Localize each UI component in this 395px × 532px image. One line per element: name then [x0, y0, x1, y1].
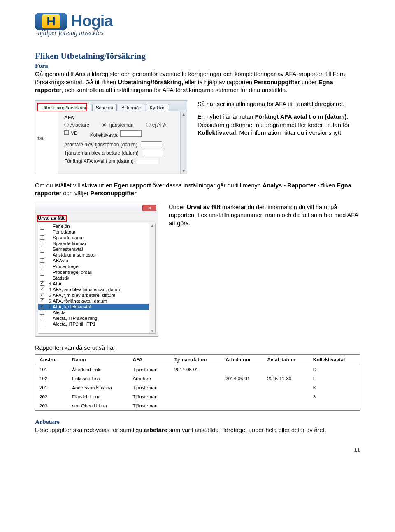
- checkbox-icon[interactable]: [40, 275, 44, 280]
- list-item[interactable]: Sparade dagar: [38, 235, 155, 241]
- afa-group-label: AFA: [64, 115, 184, 120]
- list-item[interactable]: 5AFA, tjm blev arbetare, datum: [38, 292, 155, 298]
- egna-rapporter-paragraph: Om du istället vill skriva ut en Egen ra…: [35, 182, 360, 198]
- tab-kyrklon[interactable]: Kyrklön: [146, 104, 169, 111]
- radio-tjansteman[interactable]: Tjänsteman: [102, 122, 134, 128]
- item-label: Alecta, ITP avdelning: [53, 316, 97, 321]
- check-vd[interactable]: VD: [64, 130, 78, 138]
- item-label: AFA, kollektivavtal: [53, 304, 91, 309]
- item-label: AFA, arb blev tjänsteman, datum: [53, 287, 121, 292]
- checkbox-icon[interactable]: [40, 293, 44, 297]
- col-header: Kollektivavtal: [309, 355, 360, 365]
- checkbox-icon[interactable]: [40, 258, 44, 263]
- item-label: Semesteravtal: [53, 247, 83, 252]
- item-label: AFA: [53, 281, 62, 286]
- radio-ej-afa[interactable]: ej AFA: [146, 122, 167, 128]
- arbetare-paragraph: Löneuppgifter ska redovisas för samtliga…: [35, 426, 360, 435]
- date-input-1[interactable]: [141, 141, 162, 148]
- item-label: AFA, förlängt avtal, datum: [53, 298, 107, 303]
- logo-brand: Hogia: [71, 12, 113, 30]
- list-item[interactable]: Alecta: [38, 310, 155, 315]
- item-number: 4: [46, 287, 51, 292]
- col-header: Avtal datum: [263, 355, 309, 365]
- checkbox-icon[interactable]: [40, 322, 44, 326]
- item-number: 5: [46, 293, 51, 298]
- item-label: ABAvtal: [53, 258, 70, 263]
- item-label: Procentregel: [53, 264, 79, 269]
- item-label: Procentregel orsak: [53, 270, 93, 275]
- row-number-strip: 189: [35, 111, 58, 174]
- checkbox-icon[interactable]: [40, 287, 44, 291]
- list-item[interactable]: Procentregel: [38, 264, 155, 269]
- checkbox-icon[interactable]: [40, 241, 44, 245]
- checkbox-icon[interactable]: [40, 270, 44, 274]
- list-item[interactable]: 6AFA, förlängt avtal, datum: [38, 298, 155, 304]
- checkbox-icon[interactable]: [40, 247, 44, 251]
- radio-arbetare[interactable]: Arbetare: [64, 122, 89, 128]
- tab-bilforman[interactable]: Bilförmån: [118, 104, 145, 111]
- logo-icon: H: [35, 13, 67, 30]
- date-input-2[interactable]: [142, 150, 163, 156]
- intro-paragraph: Gå igenom ditt Anställdaregister och gen…: [35, 70, 360, 95]
- kollektivavtal-input[interactable]: [120, 130, 142, 137]
- caption-afa-settings: Så här ser inställningarna för AFA ut i …: [198, 100, 360, 109]
- table-row: 101Åkerlund ErikTjänsteman2014-05-01D: [35, 365, 360, 375]
- field-tjm-blev-arbetare: Tjänsteman blev arbetare (datum): [64, 150, 184, 156]
- item-label: Anstdatum semester: [53, 252, 96, 257]
- list-item[interactable]: Anstdatum semester: [38, 252, 155, 258]
- table-row: 201Andersson KristinaTjänstemanK: [35, 383, 360, 392]
- list-item[interactable]: Semesteravtal: [38, 246, 155, 252]
- list-item[interactable]: Statistik: [38, 275, 155, 281]
- field-list[interactable]: FerielönFeriedagarSparade dagarSparade t…: [38, 223, 156, 334]
- item-label: Statistik: [53, 275, 69, 280]
- checkbox-icon[interactable]: [40, 224, 44, 228]
- item-label: Alecta: [53, 310, 66, 315]
- list-item[interactable]: 4AFA, arb blev tjänsteman, datum: [38, 287, 155, 292]
- list-item[interactable]: Sparade timmar: [38, 241, 155, 246]
- logo-tagline: -hjälper företag utvecklas: [36, 29, 360, 37]
- checkbox-icon[interactable]: [40, 252, 44, 257]
- item-label: Sparade dagar: [53, 235, 84, 240]
- kollektivavtal-field: Kollektivavtal: [90, 130, 142, 138]
- dialog-titlebar: ✕: [35, 204, 158, 213]
- list-item[interactable]: 7AFA, kollektivavtal: [38, 304, 155, 310]
- tab-utbetalning[interactable]: Utbetalning/försäkring: [38, 104, 91, 111]
- tab-bar: Utbetalning/försäkring Schema Bilförmån …: [35, 101, 187, 111]
- checkbox-icon[interactable]: [40, 281, 44, 286]
- caption-afa-news: En nyhet i år är rutan Förlängt AFA avta…: [198, 113, 360, 137]
- urval-label: Urval av fält: [38, 215, 156, 220]
- urval-dialog: ✕ Urval av fält FerielönFeriedagarSparad…: [35, 204, 158, 337]
- list-item[interactable]: ABAvtal: [38, 258, 155, 264]
- list-item[interactable]: 3AFA: [38, 281, 155, 287]
- highlight-rect-icon: [37, 215, 67, 222]
- item-label: Ferielön: [53, 224, 70, 229]
- checkbox-icon[interactable]: [40, 229, 44, 234]
- page-number: 11: [35, 447, 360, 453]
- list-item[interactable]: Alecta, ITP avdelning: [38, 315, 155, 321]
- col-header: AFA: [129, 355, 170, 365]
- close-icon[interactable]: ✕: [142, 205, 156, 211]
- table-row: 102Eriksson LisaArbetare2014-06-012015-1…: [35, 374, 360, 383]
- checkbox-icon[interactable]: [40, 304, 44, 309]
- caption-urval: Under Urval av fält markerar du den info…: [169, 204, 360, 228]
- field-forlangt-afa: Förlängt AFA avtal t om (datum): [64, 158, 184, 164]
- item-number: 7: [46, 304, 51, 309]
- report-caption: Rapporten kan då se ut så här:: [35, 344, 360, 352]
- table-row: 202Ekovich LenaTjänsteman3: [35, 392, 360, 401]
- list-item[interactable]: Feriedagar: [38, 229, 155, 235]
- arbetare-subtitle: Arbetare: [35, 418, 360, 426]
- list-item[interactable]: Procentregel orsak: [38, 269, 155, 275]
- checkbox-icon[interactable]: [40, 264, 44, 268]
- checkbox-icon[interactable]: [40, 316, 44, 320]
- date-input-3[interactable]: [137, 158, 158, 164]
- checkbox-icon[interactable]: [40, 310, 44, 315]
- checkbox-icon[interactable]: [40, 298, 44, 303]
- afa-settings-screenshot: Utbetalning/försäkring Schema Bilförmån …: [35, 100, 187, 174]
- list-item[interactable]: Alecta, ITP2 till ITP1: [38, 321, 155, 327]
- item-number: 3: [46, 281, 51, 286]
- scrollbar-vertical[interactable]: [149, 223, 155, 333]
- checkbox-icon[interactable]: [40, 235, 44, 240]
- tab-schema[interactable]: Schema: [92, 104, 117, 111]
- list-item[interactable]: Ferielön: [38, 223, 155, 229]
- scrollbar-vertical[interactable]: [180, 111, 187, 174]
